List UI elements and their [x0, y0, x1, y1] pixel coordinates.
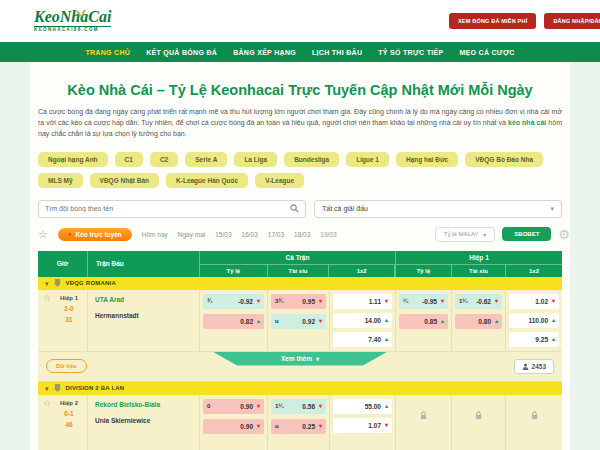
person-icon — [522, 363, 529, 370]
league-row-division-2-poland[interactable]: ▾ DIVISION 2 BA LAN — [38, 382, 562, 395]
favorite-star-icon[interactable]: ☆ — [43, 294, 51, 347]
team-search-box — [38, 200, 306, 218]
match-minute: 31 — [65, 316, 72, 323]
favorites-star-icon[interactable]: ☆ — [38, 229, 48, 240]
chip-nhat-ban[interactable]: VĐQG Nhật Bản — [90, 173, 159, 188]
odds-value: 0.90 — [240, 423, 253, 430]
chip-ngoai-hang-anh[interactable]: Ngoại hạng Anh — [38, 152, 108, 167]
chip-la-liga[interactable]: La Liga — [234, 152, 277, 167]
odds-cell[interactable]: 1.02 — [509, 294, 559, 309]
chip-serie-a[interactable]: Serie A — [185, 152, 227, 167]
team-search-input[interactable] — [45, 205, 290, 212]
col-header-1x2: 1x2 — [329, 265, 395, 277]
odds-cell[interactable]: 0.85 — [399, 314, 448, 329]
match-score: 0-1 — [64, 410, 73, 417]
nav-item-fixtures[interactable]: LỊCH THI ĐẤU — [312, 49, 362, 56]
nav-item-livescore[interactable]: TỶ SỐ TRỰC TIẾP — [378, 49, 443, 56]
match-time-cell: ☆ Hiệp 2 0-1 46 — [38, 395, 88, 450]
site-logo[interactable]: KeoNhaCai KEONHACAI88.COM — [34, 9, 111, 33]
chip-bundesliga[interactable]: Bundesliga — [284, 152, 339, 167]
odds-value: 0.80 — [478, 318, 491, 325]
chip-bo-dao-nha[interactable]: VĐQG Bồ Đào Nha — [465, 152, 543, 167]
odds-cell[interactable]: 9.25 — [509, 332, 559, 347]
chip-k-league[interactable]: K-League Hàn Quốc — [166, 173, 248, 188]
goal-line: 1¼ — [275, 403, 283, 409]
trend-icon — [548, 317, 555, 323]
show-more-button[interactable]: Xem thêm ▾ — [213, 352, 388, 366]
tournament-filter-select[interactable]: Tất cả giải đấu ▾ — [314, 200, 562, 218]
data-button[interactable]: Dữ liệu — [46, 359, 87, 373]
odds-value: 0.85 — [424, 318, 437, 325]
odds-cell[interactable]: ¼ -0.95 — [399, 294, 448, 309]
odds-cell[interactable]: 0.80 — [455, 314, 502, 329]
odds-cell[interactable]: 1¼ 0.56 — [271, 399, 326, 414]
chip-c1[interactable]: C1 — [115, 152, 143, 167]
trend-icon — [491, 298, 498, 304]
chevron-down-icon: ▾ — [45, 385, 49, 392]
match-minute: 46 — [65, 421, 72, 428]
nav-item-standings[interactable]: BẢNG XẾP HẠNG — [233, 49, 296, 56]
tab-tomorrow[interactable]: Ngày mai — [178, 231, 205, 238]
search-icon[interactable] — [290, 204, 299, 213]
col-header-handicap: Tỷ lệ — [200, 265, 268, 277]
trend-icon — [437, 298, 444, 304]
match-score: 2-0 — [64, 305, 73, 312]
odds-cell[interactable]: u 0.92 — [271, 314, 326, 329]
odds-value: 1.02 — [535, 298, 548, 305]
league-name: VĐQG ROMANIA — [66, 280, 116, 286]
sbobet-button[interactable]: SBOBET — [502, 227, 551, 241]
match-teams-cell[interactable]: Rekord Bielsko-Biala Unia Skierniewice — [88, 395, 200, 450]
odds-value: 0.92 — [302, 318, 315, 325]
chip-hang-hai-duc[interactable]: Hạng hai Đức — [396, 152, 458, 167]
odds-cell[interactable]: 1¼ -0.62 — [455, 294, 502, 309]
nav-item-home[interactable]: TRANG CHỦ — [85, 49, 130, 56]
odds-cell[interactable]: 0.90 — [203, 419, 264, 434]
tab-live-odds[interactable]: ● Kèo trực tuyến — [58, 228, 132, 241]
full-1x2-cell: 55.00 1.07 — [330, 395, 396, 450]
odds-cell[interactable]: 3¾ 0.95 — [271, 294, 326, 309]
login-register-button[interactable]: ĐĂNG NHẬP/ĐĂNG KÝ — [544, 13, 600, 29]
live-dot-icon: ● — [68, 231, 72, 237]
odds-cell[interactable]: ¾ -0.92 — [203, 294, 264, 309]
odds-cell[interactable]: 1.11 — [333, 294, 392, 309]
viewers-count: 2453 — [532, 363, 546, 370]
gear-icon[interactable]: ⚙ — [558, 228, 570, 241]
nav-item-tips[interactable]: MẸO CÁ CƯỢC — [459, 49, 514, 56]
tab-date-15-03[interactable]: 15/03 — [215, 231, 231, 238]
trend-icon — [548, 336, 555, 342]
odds-cell[interactable]: 1.07 — [333, 418, 392, 433]
league-row-romania[interactable]: ▾ VĐQG ROMANIA — [38, 277, 562, 290]
chevron-down-icon: ▾ — [550, 205, 554, 213]
odds-table: Giờ Trận Đấu Cả Trận Tỷ lệ Tài xỉu 1x2 H… — [38, 251, 562, 450]
chip-v-league[interactable]: V-League — [255, 173, 304, 188]
odds-cell[interactable]: 14.00 — [333, 313, 392, 328]
keo-nha-cai-link[interactable]: kèo nhà cái — [508, 119, 546, 126]
chip-c2[interactable]: C2 — [150, 152, 178, 167]
odds-cell[interactable]: u 0.25 — [271, 419, 326, 434]
watch-free-button[interactable]: XEM BÓNG ĐÁ MIỄN PHÍ — [449, 13, 536, 29]
half-handicap-cell: ¼ -0.95 0.85 — [396, 290, 452, 351]
tab-date-19-03[interactable]: 19/03 — [320, 231, 336, 238]
odds-type-select[interactable]: Tỷ lệ MALAY ▾ — [435, 227, 496, 242]
chip-ligue-1[interactable]: Ligue 1 — [346, 152, 389, 167]
odds-cell[interactable]: 0 0.90 — [203, 399, 264, 414]
odds-type-value: Tỷ lệ MALAY — [444, 231, 479, 237]
favorite-star-icon[interactable]: ☆ — [43, 399, 51, 450]
trend-icon — [491, 318, 498, 324]
odds-cell[interactable]: 55.00 — [333, 399, 392, 414]
trend-icon — [381, 403, 388, 409]
odds-value: 0.82 — [240, 318, 253, 325]
tab-date-18-03[interactable]: 18/03 — [294, 231, 310, 238]
tab-date-16-03[interactable]: 16/03 — [242, 231, 258, 238]
nav-item-results[interactable]: KẾT QUẢ BÓNG ĐÁ — [146, 49, 217, 56]
chip-mls[interactable]: MLS Mỹ — [38, 173, 83, 188]
tab-today[interactable]: Hôm nay — [142, 231, 168, 238]
odds-value: 0.56 — [302, 403, 315, 410]
odds-cell[interactable]: 0.82 — [203, 314, 264, 329]
viewers-counter[interactable]: 2453 — [514, 359, 554, 374]
odds-cell[interactable]: 7.40 — [333, 332, 392, 347]
odds-cell[interactable]: 110.00 — [509, 313, 559, 328]
chevron-down-icon: ▾ — [45, 280, 49, 287]
tab-date-17-03[interactable]: 17/03 — [268, 231, 284, 238]
match-teams-cell[interactable]: UTA Arad Hermannstadt — [88, 290, 200, 351]
